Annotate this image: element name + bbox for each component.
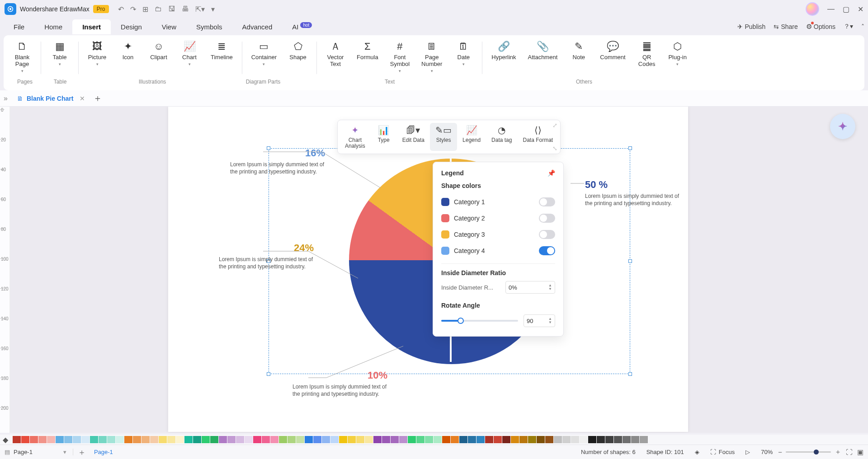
page-tab[interactable]: Page-1 bbox=[94, 449, 113, 455]
palette-swatch[interactable] bbox=[313, 436, 321, 443]
palette-swatch[interactable] bbox=[13, 436, 21, 443]
collapse-ribbon-icon[interactable]: ˄ bbox=[861, 23, 864, 30]
pin-icon[interactable]: 📌 bbox=[547, 169, 555, 177]
palette-swatch[interactable] bbox=[545, 436, 553, 443]
palette-swatch[interactable] bbox=[142, 436, 150, 443]
palette-swatch[interactable] bbox=[373, 436, 382, 443]
open-icon[interactable]: 🗀 bbox=[155, 5, 162, 14]
palette-swatch[interactable] bbox=[580, 436, 588, 443]
minimize-icon[interactable]: — bbox=[827, 5, 835, 13]
menu-design[interactable]: Design bbox=[111, 19, 152, 34]
layers-icon[interactable]: ◈ bbox=[695, 449, 699, 455]
palette-swatch[interactable] bbox=[21, 436, 29, 443]
palette-swatch[interactable] bbox=[348, 436, 356, 443]
undo-icon[interactable]: ↶ bbox=[118, 5, 124, 14]
date-button[interactable]: 🗓Date▾ bbox=[452, 40, 475, 74]
palette-swatch[interactable] bbox=[322, 436, 330, 443]
redo-icon[interactable]: ↷ bbox=[130, 5, 136, 14]
palette-swatch[interactable] bbox=[99, 436, 107, 443]
legend-button[interactable]: 📈Legend bbox=[457, 123, 486, 151]
palette-swatch[interactable] bbox=[210, 436, 218, 443]
palette-swatch[interactable] bbox=[408, 436, 416, 443]
menu-symbols[interactable]: Symbols bbox=[186, 19, 232, 34]
styles-button[interactable]: ✎▭Styles bbox=[430, 123, 457, 151]
palette-swatch[interactable] bbox=[416, 436, 425, 443]
palette-swatch[interactable] bbox=[588, 436, 596, 443]
close-tab-icon[interactable]: ✕ bbox=[80, 95, 85, 102]
palette-swatch[interactable] bbox=[528, 436, 536, 443]
font-symbol-button[interactable]: #FontSymbol▾ bbox=[388, 40, 411, 74]
palette-swatch[interactable] bbox=[245, 436, 253, 443]
palette-swatch[interactable] bbox=[554, 436, 562, 443]
zoom-slider[interactable] bbox=[786, 451, 831, 453]
palette-swatch[interactable] bbox=[391, 436, 399, 443]
palette-swatch[interactable] bbox=[451, 436, 459, 443]
palette-swatch[interactable] bbox=[502, 436, 510, 443]
palette-swatch[interactable] bbox=[288, 436, 296, 443]
color-dropper-icon[interactable]: ◆ bbox=[3, 436, 11, 444]
palette-swatch[interactable] bbox=[519, 436, 528, 443]
palette-swatch[interactable] bbox=[330, 436, 339, 443]
menu-view[interactable]: View bbox=[152, 19, 186, 34]
toolbar-expand-icon[interactable]: ⤢ bbox=[552, 122, 557, 129]
swatch-cat2[interactable] bbox=[441, 214, 449, 222]
palette-swatch[interactable] bbox=[133, 436, 141, 443]
palette-swatch[interactable] bbox=[30, 436, 38, 443]
palette-swatch[interactable] bbox=[159, 436, 167, 443]
maximize-icon[interactable]: ▢ bbox=[843, 5, 849, 14]
toolbar-collapse-icon[interactable]: ⤡ bbox=[552, 145, 557, 152]
palette-swatch[interactable] bbox=[107, 436, 115, 443]
palette-swatch[interactable] bbox=[296, 436, 304, 443]
chart-analysis-button[interactable]: ✦ChartAnalysis bbox=[340, 123, 371, 151]
callout-cat4[interactable]: 16% Lorem Ipsum is simply dummied text o… bbox=[230, 147, 325, 175]
palette-swatch[interactable] bbox=[571, 436, 579, 443]
attachment-button[interactable]: 📎Attachment bbox=[526, 40, 560, 69]
blank-page-button[interactable]: 🗋BlankPage▾ bbox=[11, 40, 33, 74]
user-avatar[interactable] bbox=[806, 2, 819, 16]
page-selector[interactable]: Page-1 ▾ bbox=[14, 449, 73, 455]
plugin-button[interactable]: ⬡Plug-in▾ bbox=[666, 40, 689, 69]
options-button[interactable]: ⚙ Options bbox=[806, 23, 835, 31]
present-icon[interactable]: ▷ bbox=[745, 449, 750, 455]
menu-file[interactable]: File bbox=[4, 19, 34, 34]
palette-swatch[interactable] bbox=[382, 436, 390, 443]
palette-swatch[interactable] bbox=[202, 436, 210, 443]
palette-swatch[interactable] bbox=[193, 436, 201, 443]
palette-swatch[interactable] bbox=[511, 436, 519, 443]
palette-swatch[interactable] bbox=[537, 436, 545, 443]
container-button[interactable]: ▭Container▾ bbox=[250, 40, 278, 67]
palette-swatch[interactable] bbox=[605, 436, 613, 443]
menu-ai[interactable]: AI hot bbox=[282, 19, 322, 34]
swatch-cat3[interactable] bbox=[441, 230, 449, 239]
palette-swatch[interactable] bbox=[262, 436, 270, 443]
palette-swatch[interactable] bbox=[90, 436, 98, 443]
idr-down-icon[interactable]: ▼ bbox=[548, 287, 552, 291]
palette-swatch[interactable] bbox=[116, 436, 124, 443]
picture-button[interactable]: 🖼Picture▾ bbox=[86, 40, 108, 67]
fit-page-icon[interactable]: ⛶ bbox=[846, 448, 853, 456]
palette-swatch[interactable] bbox=[305, 436, 313, 443]
rotate-spinbox[interactable]: 90 ▲▼ bbox=[524, 314, 555, 327]
palette-swatch[interactable] bbox=[434, 436, 442, 443]
qr-button[interactable]: ䷀QRCodes bbox=[636, 40, 658, 69]
save-icon[interactable]: 🖫 bbox=[168, 5, 175, 14]
palette-swatch[interactable] bbox=[356, 436, 364, 443]
palette-swatch[interactable] bbox=[81, 436, 90, 443]
clipart-button[interactable]: ☺Clipart bbox=[147, 40, 170, 67]
chart-button[interactable]: 📈Chart▾ bbox=[178, 40, 201, 67]
palette-swatch[interactable] bbox=[236, 436, 244, 443]
palette-swatch[interactable] bbox=[38, 436, 47, 443]
document-tab[interactable]: 🗎 Blank Pie Chart ✕ bbox=[12, 93, 90, 104]
toggle-cat1[interactable] bbox=[539, 197, 555, 206]
callout-cat1[interactable]: 50 % Lorem Ipsum is simply dummied text … bbox=[585, 179, 680, 207]
export-icon[interactable]: ⇱▾ bbox=[195, 5, 205, 14]
palette-swatch[interactable] bbox=[227, 436, 236, 443]
palette-swatch[interactable] bbox=[494, 436, 502, 443]
palette-swatch[interactable] bbox=[219, 436, 227, 443]
hyperlink-button[interactable]: 🔗Hyperlink bbox=[490, 40, 518, 69]
panel-expand-icon[interactable]: » bbox=[4, 94, 8, 103]
new-icon[interactable]: ⊞ bbox=[142, 5, 148, 14]
palette-swatch[interactable] bbox=[623, 436, 631, 443]
callout-cat2[interactable]: 10% Lorem Ipsum is simply dummied text o… bbox=[292, 370, 387, 398]
vector-text-button[interactable]: ＡVectorText bbox=[324, 40, 347, 74]
